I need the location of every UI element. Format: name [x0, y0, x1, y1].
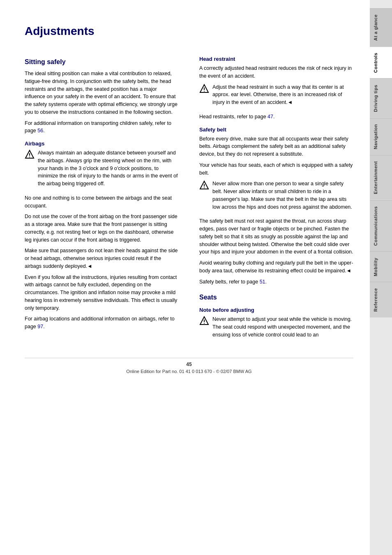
seats-title: Seats [199, 294, 353, 301]
airbags-para1: No one and nothing is to come between th… [25, 194, 179, 210]
footer-text: Online Edition for Part no. 01 41 0 013 … [25, 369, 353, 374]
airbags-warning1-text: Always maintain an adequate distance bet… [38, 149, 179, 188]
head-restraint-warning-block: Adjust the head restraint in such a way … [199, 83, 353, 110]
sidebar-tab-at-a-glance[interactable]: At a glance [370, 8, 392, 46]
sidebar: At a glance Controls Driving tips Naviga… [370, 0, 392, 555]
airbags-title: Airbags [25, 140, 179, 147]
head-restraint-page-link[interactable]: 47 [267, 114, 273, 120]
head-restraint-intro: A correctly adjusted head restraint redu… [199, 64, 353, 80]
svg-point-2 [29, 157, 30, 157]
head-restraint-title: Head restraint [199, 56, 353, 62]
safety-belt-warning-block: Never allow more than one person to wear… [199, 180, 353, 214]
sidebar-tab-communications[interactable]: Communications [370, 200, 392, 251]
safety-belt-warning-text: Never allow more than one person to wear… [212, 180, 353, 211]
sidebar-tab-entertainment[interactable]: Entertainment [370, 155, 392, 200]
svg-point-5 [204, 91, 205, 92]
airbags-para3: Make sure that passengers do not lean th… [25, 247, 179, 270]
safety-belt-para4: Avoid wearing bulky clothing and regular… [199, 259, 353, 275]
safety-belt-title: Safety belt [199, 127, 353, 133]
safety-belt-para3: The safety belt must not rest against th… [199, 217, 353, 256]
seats-warning-text: Never attempt to adjust your seat while … [212, 315, 353, 339]
warning-triangle-icon-3 [199, 180, 209, 190]
seats-warning-block: Never attempt to adjust your seat while … [199, 315, 353, 342]
sitting-safely-intro: The ideal sitting position can make a vi… [25, 70, 179, 116]
safety-belt-page-link[interactable]: 51 [260, 279, 265, 285]
safety-belt-para1: Before every drive, make sure that all o… [199, 135, 353, 158]
sidebar-tab-mobility[interactable]: Mobility [370, 251, 392, 282]
svg-point-8 [204, 187, 205, 188]
safety-belt-ref: Safety belts, refer to page 51. [199, 278, 353, 286]
children-page-link[interactable]: 56 [37, 128, 43, 134]
head-restraint-warning-text: Adjust the head restraint in such a way … [212, 83, 353, 106]
airbags-para4: Even if you follow all the instructions,… [25, 274, 179, 312]
sidebar-tab-driving-tips[interactable]: Driving tips [370, 78, 392, 118]
airbags-warning-block: Always maintain an adequate distance bet… [25, 149, 179, 191]
page-footer: 45 Online Edition for Part no. 01 41 0 0… [25, 358, 353, 374]
page-number: 45 [25, 362, 353, 367]
note-before-adjusting-title: Note before adjusting [199, 307, 353, 313]
airbags-para2: Do not use the cover of the front airbag… [25, 213, 179, 244]
svg-point-11 [204, 323, 205, 324]
page-title: Adjustments [25, 25, 353, 38]
sidebar-tab-navigation[interactable]: Navigation [370, 118, 392, 155]
sidebar-tab-reference[interactable]: Reference [370, 282, 392, 318]
warning-triangle-icon-4 [199, 316, 209, 326]
airbag-page-link[interactable]: 97 [37, 324, 43, 329]
head-restraint-ref: Head restraints, refer to page 47. [199, 113, 353, 121]
children-note: For additional information on transporti… [25, 120, 179, 135]
airbag-ref: For airbag locations and additional info… [25, 315, 179, 331]
safety-belt-para2: Your vehicle has four seats, each of whi… [199, 161, 353, 177]
warning-triangle-icon [25, 150, 35, 159]
sidebar-tab-controls[interactable]: Controls [370, 46, 392, 78]
sitting-safely-title: Sitting safely [25, 58, 179, 66]
warning-triangle-icon-2 [199, 84, 209, 94]
